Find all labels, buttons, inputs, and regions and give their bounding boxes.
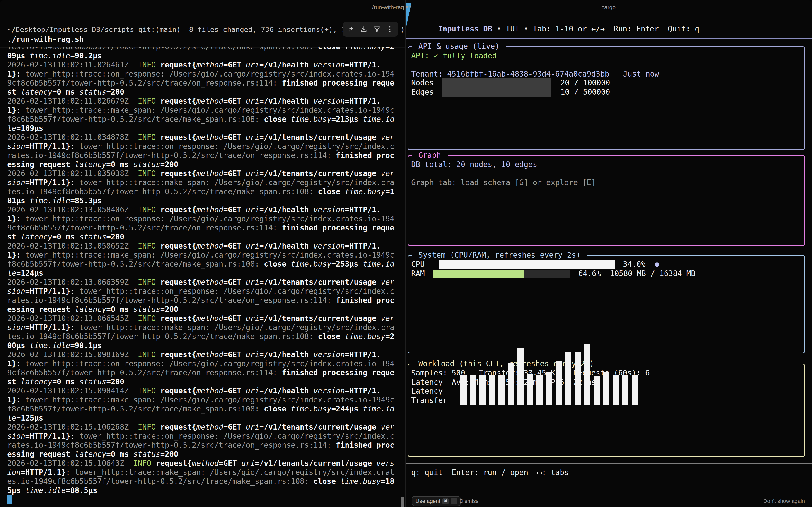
refresh-spinner-dot [655, 262, 659, 267]
filter-icon[interactable] [372, 25, 382, 34]
sparkline-bar [603, 372, 609, 405]
edges-value: 10 / 500000 [561, 88, 610, 97]
command-key-icon: ⌘ [443, 498, 449, 504]
dismiss-button[interactable]: Dismiss [459, 498, 478, 504]
footer-separator [406, 463, 812, 464]
log-entry: 2026-02-13T10:02:15.106268Z INFO request… [7, 422, 397, 459]
log-entry: 2026-02-13T10:02:13.058652Z INFO request… [7, 241, 397, 278]
sparkline-bar [489, 375, 495, 405]
app-title: Inputless DB [438, 24, 492, 33]
log-entry: 2026-02-13T10:02:11.026461Z INFO request… [7, 60, 397, 97]
sparkline-bar [556, 361, 562, 405]
i-key-badge: I [451, 498, 457, 504]
tenant-id: Tenant: 4516bfbf-16ab-4838-93d4-674a0ca9… [411, 69, 609, 78]
api-status: API: ✓ fully loaded [411, 51, 497, 60]
nodes-value: 20 / 100000 [561, 78, 610, 88]
use-agent-label: Use agent [415, 498, 440, 504]
sparkline-bar [537, 375, 543, 405]
sparkline-bar [460, 375, 467, 405]
sparkline-bar [632, 375, 638, 405]
header-separator [406, 38, 812, 39]
graph-panel-title: Graph [412, 151, 448, 160]
log-entry: 2026-02-13T10:02:13.058406Z INFO request… [7, 205, 397, 241]
sparkline-bar [527, 374, 533, 405]
dont-show-again-button[interactable]: Don't show again [763, 498, 805, 504]
log-entry: 2026-02-13T10:02:11.026679Z INFO request… [7, 97, 397, 133]
ram-gauge-fill [434, 270, 524, 278]
sparkline-bar [517, 348, 524, 405]
transfer-row-label: Transfer [411, 396, 447, 405]
sparkline-bar [574, 352, 581, 405]
sparkline-bar [479, 375, 486, 405]
scrollbar-thumb[interactable] [401, 497, 404, 507]
sparkline-bar [594, 376, 600, 405]
sparkline-bar [613, 375, 619, 405]
sparkline-bar [584, 344, 591, 405]
cpu-gauge [439, 260, 615, 269]
keybinding-hints: q: quit Enter: run / open ⟷: tabs [411, 468, 569, 477]
sparkles-icon[interactable] [346, 25, 355, 34]
db-total: DB total: 20 nodes, 10 edges [411, 160, 537, 169]
left-pane-title: ./run-with-rag.sh [371, 4, 412, 11]
api-usage-panel: API & usage (live) [408, 46, 805, 150]
api-panel-title: API & usage (live) [412, 42, 506, 51]
right-terminal-pane: Inputless DB • TUI • Tab: 1-10 or ←/→ Ru… [406, 0, 812, 507]
cpu-percent: 34.0% [623, 260, 646, 269]
edges-label: Edges [411, 88, 434, 97]
sparkline-bar [546, 372, 552, 405]
log-entry: 2026-02-13T10:02:15.098169Z INFO request… [7, 350, 397, 386]
nodes-label: Nodes [411, 78, 434, 88]
right-pane-title: cargo [602, 4, 616, 11]
sparkline-bar [508, 362, 514, 405]
use-agent-button[interactable]: Use agent ⌘ I [412, 496, 461, 506]
floating-toolbar [343, 22, 398, 37]
graph-hint: Graph tab: load schema [G] or explore [E… [411, 178, 596, 187]
log-entry: 2026-02-13T10:02:11.035038Z INFO request… [7, 169, 397, 205]
left-terminal-pane: tes.io-1949cf8c6b5b557f/tower-http-0.5.2… [0, 0, 406, 507]
sparkline-bar [470, 375, 476, 405]
sparkline-bar [622, 375, 628, 405]
log-entry: 2026-02-13T10:02:13.066545Z INFO request… [7, 314, 397, 350]
sparkline-bar [565, 352, 571, 405]
nodes-gauge [442, 78, 551, 88]
log-entry: 2026-02-13T10:02:15.098414Z INFO request… [7, 386, 397, 422]
cpu-label: CPU [411, 260, 425, 269]
system-panel-title: System (CPU/RAM, refreshes every 2s) [412, 250, 587, 260]
kebab-menu-icon[interactable] [386, 25, 395, 34]
log-entry: 2026-02-13T10:02:11.034878Z INFO request… [7, 133, 397, 169]
ram-label: RAM [411, 269, 425, 278]
terminal-window: ./run-with-rag.sh cargo tes.io-1949cf8c6… [0, 0, 812, 507]
ram-stats: 64.6% 10580 MB / 16384 MB [578, 269, 696, 278]
pane-divider[interactable] [405, 0, 406, 507]
sparkline-bar [498, 375, 505, 405]
log-output[interactable]: tes.io-1949cf8c6b5b557f/tower-http-0.5.2… [0, 42, 397, 495]
edges-gauge [442, 88, 551, 97]
tenant-updated: Just now [623, 69, 659, 78]
transfer-sparkline [460, 344, 638, 405]
terminal-cursor [7, 495, 12, 504]
window-titlebar: ./run-with-rag.sh cargo [0, 0, 812, 14]
header-shortcuts: • TUI • Tab: 1-10 or ←/→ Run: Enter Quit… [492, 24, 699, 33]
log-entry: 2026-02-13T10:02:15.10643Z INFO request{… [7, 459, 397, 495]
latency-row-label: Latency [411, 387, 443, 396]
ram-gauge [434, 270, 570, 278]
log-entry: 2026-02-13T10:02:13.066359Z INFO request… [7, 278, 397, 314]
download-icon[interactable] [359, 25, 368, 34]
